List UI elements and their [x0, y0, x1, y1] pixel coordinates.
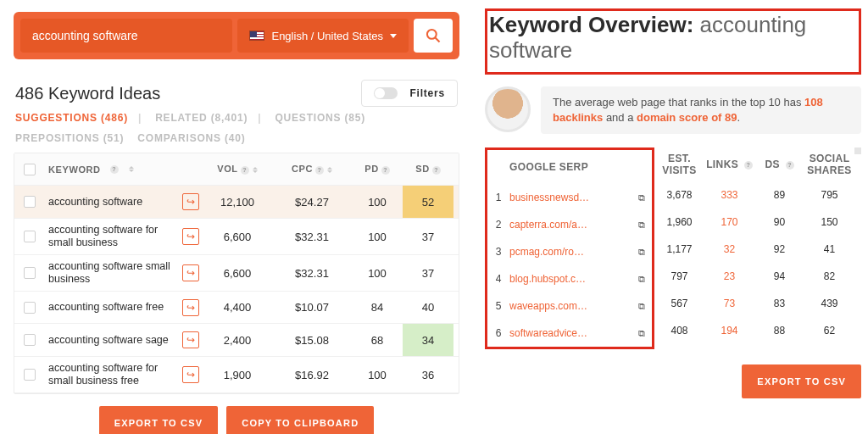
links-cell[interactable]: 32 [704, 243, 754, 255]
serp-rank: 2 [487, 219, 509, 231]
row-checkbox[interactable] [24, 196, 36, 208]
serp-row[interactable]: 1businessnewsd…⧉ [487, 184, 652, 211]
us-flag-icon [249, 31, 264, 41]
col-shares: SOCIAL SHARES [804, 153, 854, 176]
links-cell[interactable]: 170 [704, 216, 754, 228]
export-csv-button[interactable]: EXPORT TO CSV [99, 406, 219, 434]
expand-button[interactable]: ↪ [182, 366, 199, 383]
table-row[interactable]: accounting software sage↪2,400$15.086834 [14, 324, 459, 357]
search-icon [425, 27, 442, 44]
search-button[interactable] [414, 19, 453, 53]
cpc-cell: $24.27 [272, 196, 352, 209]
external-link-icon[interactable]: ⧉ [638, 220, 652, 231]
scrollbar[interactable] [854, 147, 861, 154]
select-all-checkbox[interactable] [24, 164, 36, 175]
info-icon[interactable]: ? [110, 165, 119, 174]
ds-cell: 88 [754, 325, 804, 337]
cpc-cell: $15.08 [272, 334, 352, 347]
serp-url[interactable]: softwareadvice… [509, 327, 638, 339]
serp-row[interactable]: 3pcmag.com/ro…⧉ [487, 238, 652, 265]
tab[interactable]: RELATED (8,401)| [155, 112, 261, 124]
sd-cell: 37 [403, 267, 453, 280]
svg-line-1 [436, 38, 440, 42]
col-vol[interactable]: VOL [217, 164, 237, 174]
info-icon[interactable]: ? [432, 166, 441, 175]
serp-url[interactable]: businessnewsd… [509, 192, 638, 203]
table-row[interactable]: accounting software small business↪6,600… [14, 255, 459, 292]
vol-cell: 6,600 [203, 267, 272, 280]
serp-row[interactable]: 5waveapps.com…⧉ [487, 292, 652, 320]
table-row[interactable]: accounting software↪12,100$24.2710052 [14, 186, 459, 219]
sort-icon[interactable] [129, 166, 134, 172]
serp-row[interactable]: 6softwareadvice…⧉ [487, 320, 652, 347]
external-link-icon[interactable]: ⧉ [638, 192, 652, 203]
locale-select[interactable]: English / United States [237, 19, 409, 53]
copy-clipboard-button[interactable]: COPY TO CLIPBOARD [226, 406, 374, 434]
expand-button[interactable]: ↪ [182, 228, 199, 245]
tab[interactable]: PREPOSITIONS (51) [15, 132, 124, 144]
serp-metrics-row: 5677383439 [654, 290, 854, 317]
row-checkbox[interactable] [24, 267, 36, 279]
search-input[interactable] [20, 19, 232, 53]
tip-domain-score: domain score of 89 [637, 111, 737, 124]
vol-cell: 1,900 [203, 369, 272, 381]
filters-button[interactable]: Filters [361, 80, 458, 107]
expand-button[interactable]: ↪ [182, 193, 199, 210]
tab[interactable]: QUESTIONS (85) [275, 112, 365, 124]
col-keyword[interactable]: KEYWORD [48, 164, 101, 175]
col-cpc[interactable]: CPC [292, 164, 313, 174]
external-link-icon[interactable]: ⧉ [638, 301, 652, 312]
external-link-icon[interactable]: ⧉ [638, 274, 652, 285]
tab[interactable]: SUGGESTIONS (486)| [15, 112, 142, 124]
external-link-icon[interactable]: ⧉ [638, 328, 652, 339]
table-row[interactable]: accounting software for small business f… [14, 357, 459, 393]
row-checkbox[interactable] [24, 334, 36, 346]
expand-button[interactable]: ↪ [182, 264, 199, 281]
visits-cell: 797 [654, 270, 704, 282]
keywords-table: KEYWORD? VOL? CPC? PD? SD? accounting so… [14, 153, 459, 394]
pd-cell: 100 [352, 231, 403, 243]
row-checkbox[interactable] [24, 302, 36, 314]
serp-url[interactable]: waveapps.com… [509, 300, 638, 312]
serp-url[interactable]: blog.hubspot.c… [509, 273, 638, 285]
serp-row[interactable]: 2capterra.com/a…⧉ [487, 211, 652, 238]
table-row[interactable]: accounting software for small business↪6… [14, 219, 459, 255]
expand-button[interactable]: ↪ [182, 331, 199, 348]
external-link-icon[interactable]: ⧉ [638, 247, 652, 258]
col-links: LINKS ? [704, 159, 754, 170]
serp-url[interactable]: pcmag.com/ro… [509, 246, 638, 258]
row-checkbox[interactable] [24, 231, 36, 242]
info-icon[interactable]: ? [381, 166, 390, 175]
serp-rank: 6 [487, 327, 509, 339]
links-cell[interactable]: 23 [704, 270, 754, 282]
vol-cell: 6,600 [203, 231, 272, 243]
row-checkbox[interactable] [24, 369, 36, 381]
sort-icon[interactable] [253, 167, 258, 173]
overview-title: Keyword Overview: accounting software [489, 13, 855, 64]
overview-title-highlight: Keyword Overview: accounting software [485, 8, 861, 75]
serp-metrics-row: 797239482 [654, 263, 854, 290]
col-pd[interactable]: PD [364, 164, 378, 174]
col-sd[interactable]: SD [415, 164, 429, 174]
info-icon[interactable]: ? [241, 166, 249, 175]
serp-row[interactable]: 4blog.hubspot.c…⧉ [487, 265, 652, 292]
expand-button[interactable]: ↪ [182, 299, 199, 316]
keyword-text: accounting software [48, 196, 142, 209]
chevron-down-icon [390, 34, 397, 38]
links-cell[interactable]: 194 [704, 325, 754, 337]
sd-cell: 36 [403, 369, 453, 381]
table-row[interactable]: accounting software free↪4,400$10.078440 [14, 292, 459, 324]
sort-icon[interactable] [327, 167, 332, 173]
serp-url[interactable]: capterra.com/a… [509, 219, 638, 231]
links-cell[interactable]: 333 [704, 189, 754, 201]
info-icon[interactable]: ? [315, 166, 324, 175]
cpc-cell: $10.07 [272, 301, 352, 314]
visits-cell: 1,177 [654, 243, 704, 255]
pd-cell: 100 [352, 369, 403, 381]
pd-cell: 100 [352, 196, 403, 209]
sd-cell: 40 [403, 301, 453, 314]
export-csv-button[interactable]: EXPORT TO CSV [742, 364, 861, 398]
links-cell[interactable]: 73 [704, 298, 754, 309]
tab[interactable]: COMPARISONS (40) [137, 132, 245, 144]
tip-text: and a [603, 111, 637, 124]
